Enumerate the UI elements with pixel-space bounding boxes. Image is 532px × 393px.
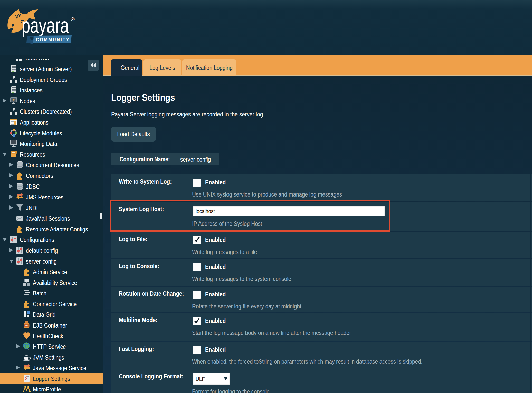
svg-text:JAR: JAR xyxy=(25,325,28,327)
